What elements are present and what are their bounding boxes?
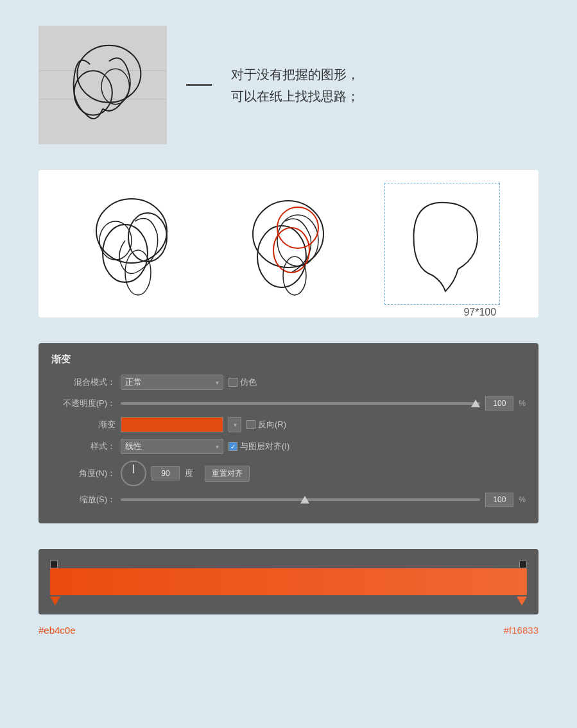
right-color-label: #f16833: [504, 625, 538, 636]
dash-line: [186, 84, 212, 86]
scale-thumb: [300, 496, 309, 504]
drawing-area-1: [77, 183, 193, 305]
align-checkbox-group: 与图层对齐(I): [228, 441, 289, 452]
handle-top-left[interactable]: [50, 561, 58, 568]
color-stop-right[interactable]: [517, 597, 527, 605]
gradient-row: 渐变 ▾ 反向(R): [51, 417, 526, 432]
chevron-down-icon: ▾: [234, 421, 237, 428]
reverse-label: 反向(R): [258, 419, 286, 430]
gradient-label: 渐变: [51, 419, 116, 430]
panel-title: 渐变: [51, 353, 526, 366]
caption-line1: 对于没有把握的图形，: [231, 63, 359, 85]
drawing-area-2: [230, 183, 346, 305]
color-labels: #eb4c0e #f16833: [39, 625, 538, 636]
opacity-slider[interactable]: [121, 402, 480, 405]
opacity-row: 不透明度(P)： %: [51, 396, 526, 411]
handle-top-right[interactable]: [519, 561, 527, 568]
svg-point-14: [277, 207, 318, 248]
blend-mode-value: 正常: [125, 377, 142, 388]
scale-label: 缩放(S)：: [51, 494, 116, 505]
opacity-thumb: [471, 400, 480, 407]
blend-mode-row: 混合模式： 正常 ▾ 仿色: [51, 375, 526, 390]
scale-unit: %: [519, 495, 526, 504]
gradient-swatch[interactable]: [121, 417, 223, 432]
align-label: 与图层对齐(I): [240, 441, 289, 452]
caption-line2: 可以在纸上找找思路；: [231, 85, 359, 107]
section1-sketch-caption: 对于没有把握的图形， 可以在纸上找找思路；: [39, 26, 538, 144]
angle-unit: 度: [185, 468, 193, 479]
gradient-dropdown-arrow[interactable]: ▾: [228, 417, 241, 432]
gradient-panel: 渐变 混合模式： 正常 ▾ 仿色 不透明度(P)： % 渐变 ▾ 反向: [39, 343, 538, 523]
angle-row: 角度(N)： 度 重置对齐: [51, 461, 526, 486]
dither-checkbox[interactable]: [228, 378, 237, 387]
opacity-track: [121, 402, 480, 405]
svg-point-10: [125, 250, 151, 295]
caption-text: 对于没有把握的图形， 可以在纸上找找思路；: [231, 63, 359, 107]
chevron-down-icon: ▾: [216, 443, 219, 450]
angle-input[interactable]: [151, 466, 180, 480]
scale-slider[interactable]: [121, 498, 480, 501]
reverse-checkbox[interactable]: [246, 420, 255, 429]
size-label: 97*100: [463, 307, 496, 318]
dither-checkbox-group: 仿色: [228, 377, 257, 388]
chevron-down-icon: ▾: [216, 379, 219, 386]
dial-needle: [133, 464, 134, 473]
align-checkbox[interactable]: [228, 442, 237, 451]
svg-rect-0: [39, 26, 166, 144]
section2-drawings-panel: 97*100: [39, 170, 538, 317]
angle-label: 角度(N)：: [51, 468, 116, 479]
style-label: 样式：: [51, 441, 116, 452]
reverse-checkbox-group: 反向(R): [246, 419, 286, 430]
color-stop-left[interactable]: [50, 597, 60, 605]
gradient-bar-section: [39, 549, 538, 614]
style-row: 样式： 线性 ▾ 与图层对齐(I): [51, 439, 526, 454]
sketch-image: [39, 26, 167, 144]
opacity-unit: %: [519, 399, 526, 408]
left-color-label: #eb4c0e: [39, 625, 76, 636]
scale-row: 缩放(S)： %: [51, 493, 526, 507]
opacity-input[interactable]: [485, 396, 513, 411]
svg-point-16: [283, 257, 306, 295]
svg-point-13: [277, 215, 318, 266]
scale-input[interactable]: [485, 493, 513, 507]
gradient-bar-wrapper: [47, 557, 530, 607]
reset-align-button[interactable]: 重置对齐: [205, 466, 250, 482]
angle-dial[interactable]: [121, 461, 146, 486]
blend-mode-label: 混合模式：: [51, 377, 116, 388]
opacity-label: 不透明度(P)：: [51, 398, 116, 409]
dither-label: 仿色: [240, 377, 257, 388]
blend-mode-dropdown[interactable]: 正常 ▾: [121, 375, 223, 390]
style-dropdown[interactable]: 线性 ▾: [121, 439, 223, 454]
drawing-area-3: 97*100: [384, 183, 500, 305]
scale-track: [121, 498, 480, 501]
gradient-bar[interactable]: [50, 568, 527, 595]
style-value: 线性: [125, 441, 142, 452]
